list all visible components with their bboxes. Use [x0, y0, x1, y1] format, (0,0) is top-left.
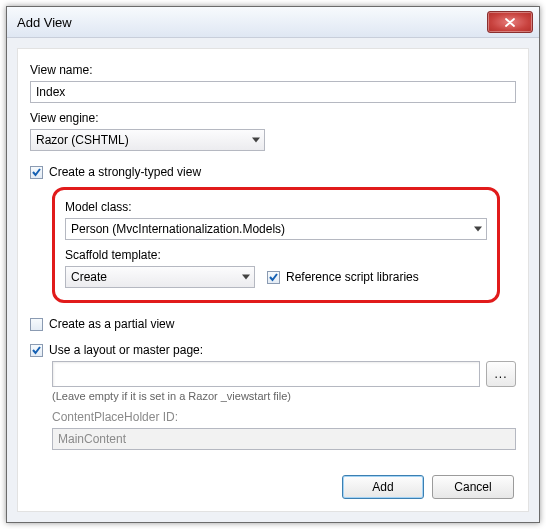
scaffold-template-dropdown[interactable]: Create — [65, 266, 255, 288]
use-layout-checkbox[interactable] — [30, 344, 43, 357]
chevron-down-icon — [242, 275, 250, 280]
chevron-down-icon — [252, 138, 260, 143]
strongly-typed-checkbox[interactable] — [30, 166, 43, 179]
model-class-value: Person (MvcInternationalization.Models) — [71, 222, 285, 236]
view-name-label: View name: — [30, 63, 516, 77]
cph-input — [52, 428, 516, 450]
add-button[interactable]: Add — [342, 475, 424, 499]
reference-scripts-checkbox[interactable] — [267, 271, 280, 284]
browse-layout-button[interactable]: ... — [486, 361, 516, 387]
reference-scripts-label: Reference script libraries — [286, 270, 419, 284]
layout-path-input[interactable] — [52, 361, 480, 387]
strongly-typed-label: Create a strongly-typed view — [49, 165, 201, 179]
cancel-button[interactable]: Cancel — [432, 475, 514, 499]
view-name-input[interactable] — [30, 81, 516, 103]
scaffold-template-value: Create — [71, 270, 107, 284]
dialog-content: View name: View engine: Razor (CSHTML) C… — [17, 48, 529, 512]
browse-label: ... — [494, 367, 507, 381]
window-title: Add View — [17, 15, 487, 30]
chevron-down-icon — [474, 227, 482, 232]
model-class-label: Model class: — [65, 200, 487, 214]
layout-hint: (Leave empty if it is set in a Razor _vi… — [52, 390, 516, 402]
model-class-dropdown[interactable]: Person (MvcInternationalization.Models) — [65, 218, 487, 240]
close-button[interactable] — [487, 11, 533, 33]
scaffold-template-label: Scaffold template: — [65, 248, 487, 262]
titlebar: Add View — [7, 7, 539, 38]
cph-label: ContentPlaceHolder ID: — [52, 410, 516, 424]
dialog-footer: Add Cancel — [30, 469, 516, 501]
partial-view-label: Create as a partial view — [49, 317, 174, 331]
view-engine-label: View engine: — [30, 111, 516, 125]
partial-view-checkbox[interactable] — [30, 318, 43, 331]
use-layout-label: Use a layout or master page: — [49, 343, 203, 357]
cancel-button-label: Cancel — [454, 480, 491, 494]
add-view-dialog: Add View View name: View engine: Razor (… — [6, 6, 540, 523]
view-engine-value: Razor (CSHTML) — [36, 133, 129, 147]
close-icon — [505, 18, 515, 27]
view-engine-dropdown[interactable]: Razor (CSHTML) — [30, 129, 265, 151]
add-button-label: Add — [372, 480, 393, 494]
strongly-typed-group: Model class: Person (MvcInternationaliza… — [52, 187, 500, 303]
